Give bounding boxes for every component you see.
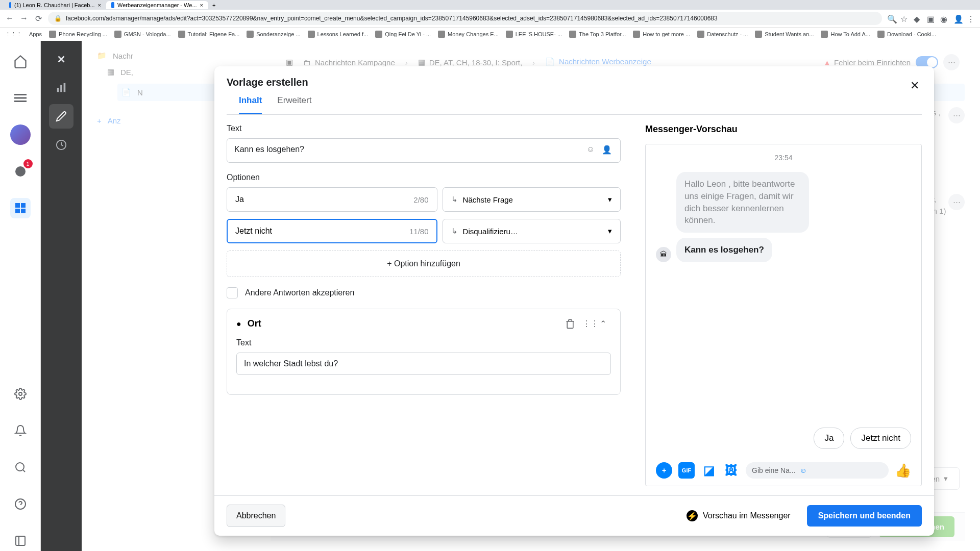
settings-icon[interactable] bbox=[10, 384, 31, 404]
action-label: Nächste Frage bbox=[463, 195, 513, 204]
option-action-1[interactable]: ↳ Nächste Frage ▾ bbox=[443, 187, 621, 212]
add-option-button[interactable]: + Option hinzufügen bbox=[227, 251, 621, 277]
chart-icon[interactable] bbox=[49, 76, 74, 100]
tab-advanced[interactable]: Erweitert bbox=[277, 95, 311, 114]
search-icon[interactable] bbox=[10, 457, 31, 478]
person-icon[interactable]: 👤 bbox=[602, 145, 613, 156]
msg-avatar-icon: 🏛 bbox=[656, 247, 671, 262]
bookmark-icon bbox=[375, 31, 382, 38]
menu-icon[interactable]: ⋮ bbox=[967, 14, 975, 22]
url-field[interactable]: 🔒 facebook.com/adsmanager/manage/ads/edi… bbox=[48, 12, 882, 25]
text-value: In welcher Stadt lebst du? bbox=[244, 359, 603, 368]
quick-reply-2[interactable]: Jetzt nicht bbox=[850, 428, 911, 449]
bookmark-item[interactable]: Lessons Learned f... bbox=[308, 31, 369, 38]
bookmark-icon bbox=[114, 31, 121, 38]
question-body: Text In welcher Stadt lebst du? bbox=[227, 338, 620, 394]
svg-rect-5 bbox=[21, 203, 26, 208]
svg-rect-2 bbox=[14, 101, 27, 102]
ext2-icon[interactable]: ▣ bbox=[927, 14, 935, 22]
bookmark-icon bbox=[755, 31, 762, 38]
badge: 1 bbox=[23, 159, 33, 168]
preview-messenger-button[interactable]: ⚡ Vorschau im Messenger bbox=[677, 504, 800, 528]
browser-tab-1[interactable]: (1) Leon R. Chaudhari | Faceb... × bbox=[4, 1, 106, 9]
ads-manager-icon[interactable] bbox=[10, 198, 31, 218]
edit-icon[interactable] bbox=[49, 104, 74, 129]
bookmark-icon bbox=[569, 31, 576, 38]
home-icon[interactable] bbox=[10, 51, 31, 71]
bookmark-icon bbox=[438, 31, 445, 38]
emoji-icon[interactable]: ☺ bbox=[586, 145, 598, 156]
question-text-input-2[interactable]: In welcher Stadt lebst du? bbox=[236, 353, 611, 375]
ext-icon[interactable]: ◆ bbox=[914, 14, 922, 22]
bookmark-item[interactable]: How to get more ... bbox=[633, 31, 690, 38]
close-tab-icon[interactable]: × bbox=[200, 2, 203, 8]
modal-body: Text Kann es losgehen? ☺ 👤 Optionen Ja 2… bbox=[214, 115, 934, 495]
star-icon[interactable]: ☆ bbox=[900, 14, 909, 22]
bookmark-item[interactable]: Tutorial: Eigene Fa... bbox=[178, 31, 240, 38]
cancel-button[interactable]: Abbrechen bbox=[227, 505, 285, 527]
bookmark-item[interactable]: Student Wants an... bbox=[755, 31, 814, 38]
svg-rect-14 bbox=[64, 83, 66, 92]
bookmark-item[interactable]: GMSN - Vologda... bbox=[114, 31, 171, 38]
apps-icon[interactable]: ⋮⋮⋮ bbox=[5, 31, 22, 38]
option-input-2[interactable]: Jetzt nicht 11/80 bbox=[227, 219, 437, 243]
zoom-icon[interactable]: 🔍 bbox=[887, 14, 895, 22]
help-icon[interactable] bbox=[10, 494, 31, 514]
tab-title: (1) Leon R. Chaudhari | Faceb... bbox=[14, 2, 95, 8]
close-icon[interactable]: ✕ bbox=[905, 77, 924, 95]
bookmark-icon bbox=[633, 31, 640, 38]
form-pane: Text Kann es losgehen? ☺ 👤 Optionen Ja 2… bbox=[214, 115, 633, 495]
browser-tab-2[interactable]: Werbeanzeigenmanager - We... × bbox=[106, 1, 208, 9]
forward-icon[interactable]: → bbox=[19, 14, 29, 23]
accept-other-row[interactable]: Andere Antworten akzeptieren bbox=[227, 287, 621, 298]
new-tab-icon[interactable]: + bbox=[208, 2, 219, 8]
trash-icon[interactable] bbox=[565, 319, 576, 329]
bookmark-item[interactable]: Download - Cooki... bbox=[877, 31, 936, 38]
save-button[interactable]: Speichern und beenden bbox=[807, 505, 922, 527]
option-input-1[interactable]: Ja 2/80 bbox=[227, 187, 437, 212]
gif-icon[interactable]: GIF bbox=[678, 462, 695, 479]
ext3-icon[interactable]: ◉ bbox=[940, 14, 948, 22]
emoji-icon[interactable]: ☺ bbox=[800, 466, 807, 474]
action-label: Disqualifizieru… bbox=[463, 227, 518, 236]
profile-icon[interactable]: 👤 bbox=[953, 14, 962, 22]
checkbox[interactable] bbox=[227, 287, 238, 298]
option-action-2[interactable]: ↳ Disqualifizieru… ▾ bbox=[443, 219, 621, 243]
tab-title: Werbeanzeigenmanager - We... bbox=[117, 2, 197, 8]
bookmark-item[interactable]: Qing Fei De Yi - ... bbox=[375, 31, 431, 38]
message-input[interactable]: Gib eine Na... ☺ bbox=[746, 462, 889, 479]
question-text-input[interactable]: Kann es losgehen? ☺ 👤 bbox=[227, 138, 621, 163]
chevron-up-icon[interactable]: ⌃ bbox=[600, 319, 611, 329]
bookmark-icon bbox=[821, 31, 828, 38]
option-value: Ja bbox=[235, 195, 244, 204]
bookmark-icon bbox=[49, 31, 56, 38]
image-icon[interactable]: 🖼 bbox=[723, 462, 740, 479]
thumb-up-icon[interactable]: 👍 bbox=[895, 463, 911, 479]
content-area: 📁 Nachr ▦ DE, 📄 N + Anz ▣ 🗀 Nachrichten … bbox=[82, 41, 980, 551]
avatar-icon[interactable] bbox=[10, 124, 31, 145]
clock-icon[interactable] bbox=[49, 133, 74, 157]
bookmark-item[interactable]: Apps bbox=[29, 31, 42, 37]
back-icon[interactable]: ← bbox=[5, 14, 14, 23]
plus-icon[interactable]: + bbox=[656, 462, 672, 479]
menu-icon[interactable] bbox=[10, 88, 31, 108]
bookmark-item[interactable]: The Top 3 Platfor... bbox=[569, 31, 626, 38]
bookmark-item[interactable]: How To Add A... bbox=[821, 31, 870, 38]
bookmark-item[interactable]: LEE 'S HOUSE- ... bbox=[506, 31, 562, 38]
drag-icon[interactable]: ⋮⋮ bbox=[582, 319, 594, 329]
bookmark-item[interactable]: Phone Recycling ... bbox=[49, 31, 107, 38]
bell-icon[interactable] bbox=[10, 420, 31, 441]
branch-icon: ↳ bbox=[451, 227, 458, 236]
tab-content[interactable]: Inhalt bbox=[239, 95, 262, 114]
reload-icon[interactable]: ⟳ bbox=[34, 14, 43, 23]
sticker-icon[interactable]: ◪ bbox=[701, 462, 717, 479]
svg-rect-12 bbox=[57, 88, 59, 92]
close-icon[interactable] bbox=[49, 47, 74, 71]
alerts-icon[interactable]: 1 bbox=[10, 161, 31, 182]
quick-reply-1[interactable]: Ja bbox=[814, 428, 844, 449]
close-tab-icon[interactable]: × bbox=[98, 2, 101, 8]
collapse-icon[interactable] bbox=[10, 531, 31, 551]
bookmark-item[interactable]: Sonderanzeige ... bbox=[247, 31, 300, 38]
bookmark-item[interactable]: Datenschutz - ... bbox=[697, 31, 748, 38]
bookmark-item[interactable]: Money Changes E... bbox=[438, 31, 499, 38]
